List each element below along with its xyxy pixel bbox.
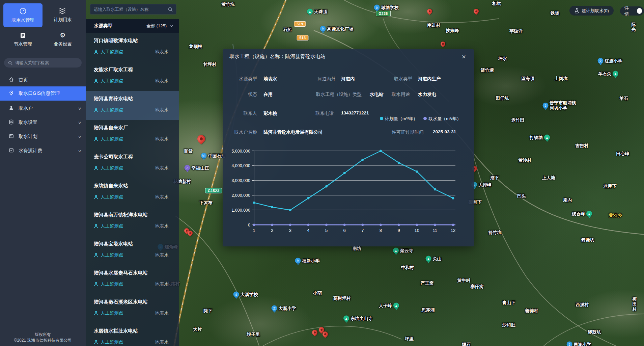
- scenic-pin-icon[interactable]: ▲: [393, 248, 399, 254]
- sidebar: 取用水管理 计划用水 节水管理 ⚙ 业务设置: [0, 0, 86, 346]
- monitor-type-link[interactable]: 人工监测点: [101, 252, 155, 258]
- map-place-label: 黄竹坑: [222, 2, 235, 7]
- map-place-label: 黄沙村: [519, 158, 532, 163]
- map-place-label: 烧香嶂▲: [572, 211, 592, 217]
- sidebar-item-1[interactable]: 取水口GIS信息管理: [0, 86, 86, 101]
- station-list-item[interactable]: 陆河县宝塔水电站人工监测点地表水: [86, 236, 179, 265]
- sidebar-search-box[interactable]: 请输入关键字检索: [4, 58, 82, 68]
- monitor-type-link[interactable]: 人工监测点: [101, 78, 155, 84]
- map-place-label: 庵内: [563, 197, 572, 203]
- map-place-label: 沙和肚: [502, 322, 515, 327]
- school-pin-icon[interactable]: 文: [598, 58, 604, 64]
- station-name: 友能水厂取水工程: [94, 66, 173, 73]
- monitor-type-link[interactable]: 人工监测点: [101, 165, 155, 171]
- person-icon: [94, 137, 98, 141]
- monitor-type-link[interactable]: 人工监测点: [101, 223, 155, 229]
- map-place-label: 中和村: [401, 265, 414, 270]
- copyright-line1: 版权所有: [0, 332, 86, 338]
- school-pin-icon[interactable]: 文: [320, 26, 326, 32]
- module-water-saving[interactable]: 节水管理: [3, 28, 43, 51]
- monitor-type-link[interactable]: 人工监测点: [101, 281, 155, 287]
- gear-icon: ⚙: [60, 32, 65, 39]
- detail-toggle[interactable]: 详情: [620, 6, 644, 16]
- search-icon[interactable]: [168, 7, 173, 12]
- monitor-type-link[interactable]: 人工监测点: [101, 310, 155, 316]
- school-pin-icon[interactable]: 文: [567, 342, 572, 346]
- station-search-box[interactable]: [90, 4, 176, 15]
- map-place-label: 田仔坑: [496, 96, 509, 101]
- map-place-label: 善德村: [525, 308, 538, 313]
- sidebar-item-5[interactable]: 水资源计费∨: [0, 144, 86, 158]
- monitor-type-link[interactable]: 人工监测点: [101, 136, 155, 142]
- station-list-item[interactable]: 陆河县自来水厂人工监测点地表水: [86, 120, 179, 149]
- sidebar-item-2[interactable]: 取水户∨: [0, 101, 86, 115]
- field-label: 许可证过期时间: [349, 129, 424, 135]
- sidebar-item-4[interactable]: 取水计划∨: [0, 130, 86, 144]
- svg-text:0: 0: [248, 223, 250, 228]
- close-icon[interactable]: ×: [460, 53, 467, 60]
- sidebar-item-label: 取水户: [19, 105, 74, 111]
- over-plan-intake-button[interactable]: 超计划取水(0): [569, 6, 614, 16]
- fuel-pin-icon[interactable]: 油: [201, 153, 207, 159]
- station-list-item[interactable]: 陆河县南万镇杞洋水电站人工监测点地表水: [86, 207, 179, 236]
- scenic-pin-icon[interactable]: ▲: [586, 211, 592, 217]
- scenic-pin-icon[interactable]: ▲: [343, 316, 349, 321]
- station-list-item[interactable]: 东坑镇自来水站人工监测点地表水: [86, 178, 179, 207]
- svg-text:5,000,000: 5,000,000: [231, 149, 250, 154]
- legend-dot[interactable]: [423, 117, 427, 120]
- scenic-pin-icon[interactable]: ▲: [393, 303, 399, 309]
- svg-text:11: 11: [433, 228, 438, 233]
- station-list-item[interactable]: 陆河县激石溪老区水电站人工监测点地表水: [86, 294, 179, 323]
- field-label: 取水户名称: [183, 129, 257, 135]
- svg-text:7: 7: [361, 228, 364, 233]
- school-pin-icon[interactable]: 文: [272, 305, 277, 311]
- station-list-item[interactable]: 陆河县青砼水电站人工监测点地表水: [86, 91, 179, 120]
- field-value: 陆河县青砼水电发展有限公司: [263, 129, 323, 135]
- module-business-settings[interactable]: ⚙ 业务设置: [43, 28, 82, 51]
- monitor-type-link[interactable]: 人工监测点: [101, 107, 155, 113]
- map-place-label: 文福新小学: [295, 258, 320, 264]
- person-icon: [94, 311, 98, 316]
- map-place-label: 黄沙乡: [609, 213, 622, 218]
- monitor-type-link[interactable]: 人工监测点: [101, 194, 155, 200]
- water-type: 地表水: [155, 223, 169, 229]
- sidebar-item-label: 取水口GIS信息管理: [19, 90, 81, 97]
- map-place-label: 箭塘坑: [581, 237, 594, 242]
- place-pin-icon[interactable]: ⌂: [185, 165, 190, 171]
- station-search-input[interactable]: [94, 7, 168, 12]
- station-list-item[interactable]: 友能水厂取水工程人工监测点地表水: [86, 62, 179, 91]
- legend-dot[interactable]: [380, 117, 383, 120]
- svg-text:3: 3: [289, 228, 291, 233]
- station-list-item[interactable]: 陆河县水唇走马石水电站人工监测点地表水: [86, 265, 179, 294]
- module-planned-water[interactable]: 计划用水: [43, 3, 82, 27]
- scenic-pin-icon[interactable]: ▲: [426, 256, 431, 262]
- chevron-down-icon[interactable]: [169, 25, 173, 27]
- scenic-pin-icon[interactable]: ▲: [307, 9, 313, 15]
- station-name: 陆河县自来水厂: [94, 125, 173, 131]
- user-icon: [9, 105, 14, 111]
- water-type: 地表水: [155, 310, 169, 316]
- sidebar-item-3[interactable]: 取水设置∨: [0, 115, 86, 130]
- person-icon: [94, 253, 98, 258]
- field-value: 水力发电: [418, 91, 436, 98]
- school-pin-icon[interactable]: 文: [295, 258, 301, 264]
- road-badge: G1523: [205, 188, 222, 193]
- school-pin-icon[interactable]: 文: [543, 103, 549, 108]
- station-list-item[interactable]: 麦卡公司取水工程人工监测点地表水: [86, 149, 179, 178]
- school-pin-icon[interactable]: 文: [374, 5, 380, 10]
- scenic-pin-icon[interactable]: ▲: [613, 71, 618, 77]
- filter-value[interactable]: 全部 (125): [146, 23, 167, 29]
- station-list-item[interactable]: 河口镇唱歌潭水电站人工监测点地表水: [86, 33, 179, 62]
- school-pin-icon[interactable]: 文: [233, 292, 239, 297]
- map-place-label: 龙颈根: [189, 44, 202, 49]
- toggle-knob[interactable]: [637, 8, 642, 14]
- svg-text:6: 6: [343, 228, 346, 233]
- sidebar-item-0[interactable]: 首页: [0, 73, 86, 87]
- module-water-usage-management[interactable]: 取用水管理: [3, 3, 43, 27]
- monitor-type-link[interactable]: 人工监测点: [101, 49, 155, 55]
- scenic-pin-icon[interactable]: ▲: [544, 135, 550, 140]
- station-list-item[interactable]: 水唇镇水栏肚水电站人工监测点地表水: [86, 323, 179, 346]
- flask-icon: [574, 8, 579, 14]
- monitor-type-link[interactable]: 人工监测点: [101, 339, 155, 345]
- water-source-filter[interactable]: 水源类型 全部 (125): [86, 19, 179, 33]
